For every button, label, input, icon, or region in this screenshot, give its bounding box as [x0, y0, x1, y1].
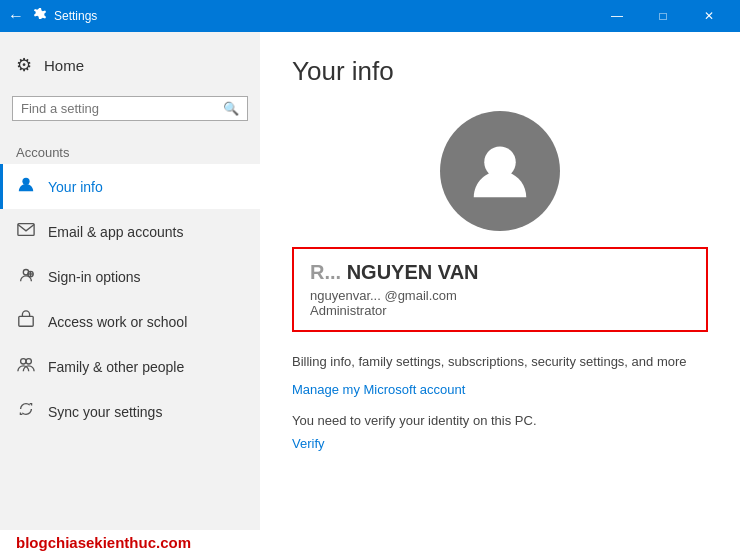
svg-rect-7 [19, 316, 33, 326]
home-icon: ⚙ [16, 54, 32, 76]
main-container: ⚙ Home 🔍 Accounts Your info [0, 32, 740, 530]
sidebar-item-sign-in-label: Sign-in options [48, 269, 141, 285]
sidebar-item-work-school[interactable]: Access work or school [0, 299, 260, 344]
svg-point-8 [21, 359, 26, 364]
user-name: R... NGUYEN VAN [310, 261, 690, 284]
user-info-card: R... NGUYEN VAN nguyenvar... @gmail.com … [292, 247, 708, 332]
titlebar: ← Settings — □ ✕ [0, 0, 740, 32]
sign-in-icon [16, 265, 36, 288]
sidebar-item-family-label: Family & other people [48, 359, 184, 375]
sidebar-item-your-info-label: Your info [48, 179, 103, 195]
titlebar-title: Settings [54, 9, 594, 23]
search-input[interactable] [21, 101, 223, 116]
search-icon: 🔍 [223, 101, 239, 116]
sidebar-item-sync-label: Sync your settings [48, 404, 162, 420]
billing-text: Billing info, family settings, subscript… [292, 352, 708, 372]
sidebar-item-home[interactable]: ⚙ Home [0, 42, 260, 88]
user-name-prefix: R... [310, 261, 347, 283]
svg-rect-2 [18, 224, 34, 236]
user-email: nguyenvar... @gmail.com [310, 288, 690, 303]
sidebar-item-sign-in[interactable]: Sign-in options [0, 254, 260, 299]
verify-link[interactable]: Verify [292, 436, 325, 451]
sidebar: ⚙ Home 🔍 Accounts Your info [0, 32, 260, 530]
email-icon [16, 220, 36, 243]
minimize-button[interactable]: — [594, 0, 640, 32]
verify-text: You need to verify your identity on this… [292, 413, 708, 428]
page-title: Your info [292, 56, 708, 87]
settings-app-icon [32, 8, 48, 24]
sidebar-item-work-school-label: Access work or school [48, 314, 187, 330]
work-school-icon [16, 310, 36, 333]
sync-icon [16, 400, 36, 423]
search-box: 🔍 [12, 96, 248, 121]
maximize-button[interactable]: □ [640, 0, 686, 32]
sidebar-item-email-accounts[interactable]: Email & app accounts [0, 209, 260, 254]
accounts-section-label: Accounts [0, 137, 260, 164]
avatar-container [292, 111, 708, 231]
your-info-icon [16, 175, 36, 198]
svg-point-9 [26, 359, 31, 364]
back-button[interactable]: ← [8, 7, 24, 25]
sidebar-item-your-info[interactable]: Your info [0, 164, 260, 209]
content-area: Your info R... NGUYEN VAN nguyenvar... @… [260, 32, 740, 530]
sidebar-item-email-label: Email & app accounts [48, 224, 183, 240]
close-button[interactable]: ✕ [686, 0, 732, 32]
avatar [440, 111, 560, 231]
svg-point-1 [22, 178, 29, 185]
avatar-icon [465, 136, 535, 206]
home-label: Home [44, 57, 84, 74]
sidebar-item-sync[interactable]: Sync your settings [0, 389, 260, 434]
watermark-text: blogchiasekienthuc.com [16, 534, 191, 551]
sidebar-item-family[interactable]: Family & other people [0, 344, 260, 389]
window-controls: — □ ✕ [594, 0, 732, 32]
user-role: Administrator [310, 303, 690, 318]
manage-microsoft-account-link[interactable]: Manage my Microsoft account [292, 382, 708, 397]
svg-point-0 [38, 12, 42, 16]
watermark-bar: blogchiasekienthuc.com [0, 530, 740, 554]
family-icon [16, 355, 36, 378]
